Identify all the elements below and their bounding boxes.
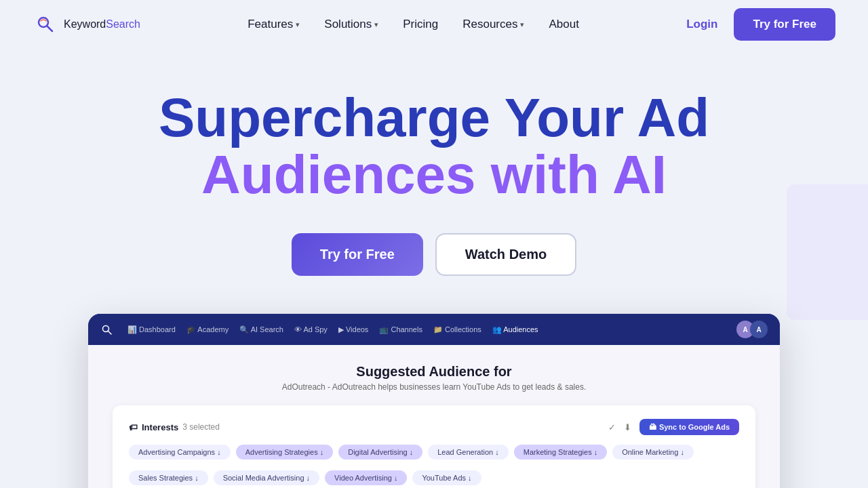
tag-digital-advertising[interactable]: Digital Advertising ↓ (338, 445, 422, 460)
tag-sales-strategies[interactable]: Sales Strategies ↓ (129, 470, 208, 485)
sync-google-ads-button[interactable]: 🏔 Sync to Google Ads (639, 419, 739, 435)
dashboard-section-subtitle: AdOutreach - AdOutreach helps businesses… (113, 382, 755, 392)
dash-nav-ad-spy[interactable]: 👁 Ad Spy (294, 325, 328, 334)
login-button[interactable]: Login (686, 18, 717, 31)
dashboard-tags: Advertising Campaigns ↓ Advertising Stra… (129, 445, 739, 485)
tag-video-advertising[interactable]: Video Advertising ↓ (325, 470, 407, 485)
tag-social-media-advertising[interactable]: Social Media Advertising ↓ (214, 470, 319, 485)
google-ads-icon: 🏔 (649, 423, 656, 431)
logo[interactable]: KeywordSearch (33, 12, 140, 37)
dash-nav-ai-search[interactable]: 🔍 AI Search (239, 325, 283, 334)
navbar: KeywordSearch Features ▾ Solutions ▾ Pri… (0, 0, 868, 49)
dashboard-avatar-2: A (750, 321, 768, 338)
dashboard-section-title: Suggested Audience for (113, 364, 755, 380)
watch-demo-button[interactable]: Watch Demo (435, 233, 576, 276)
nav-solutions[interactable]: Solutions ▾ (324, 18, 378, 31)
logo-icon (33, 12, 58, 37)
tag-lead-generation[interactable]: Lead Generation ↓ (428, 445, 509, 460)
dashboard-content: Suggested Audience for AdOutreach - AdOu… (88, 345, 780, 488)
dash-nav-collections[interactable]: 📁 Collections (433, 325, 481, 334)
nav-actions: Login Try for Free (686, 8, 835, 41)
try-free-nav-button[interactable]: Try for Free (734, 8, 835, 41)
dashboard-card: 🏷 Interests 3 selected ✓ ⬇ 🏔 Sync to Goo… (113, 405, 755, 488)
dashboard-nav-items: 📊 Dashboard 🎓 Academy 🔍 AI Search 👁 Ad S… (127, 325, 722, 334)
dashboard-navbar: 📊 Dashboard 🎓 Academy 🔍 AI Search 👁 Ad S… (88, 314, 780, 345)
svg-point-0 (33, 12, 58, 37)
tag-marketing-strategies[interactable]: Marketing Strategies ↓ (514, 445, 607, 460)
dash-nav-channels[interactable]: 📺 Channels (379, 325, 422, 334)
nav-features[interactable]: Features ▾ (248, 18, 300, 31)
logo-text: KeywordSearch (64, 18, 140, 30)
try-free-hero-button[interactable]: Try for Free (292, 233, 423, 276)
hero-section: Supercharge Your Ad Audiences with AI Tr… (0, 49, 868, 488)
dashboard-logo (100, 323, 113, 336)
dash-nav-dashboard[interactable]: 📊 Dashboard (127, 325, 176, 334)
check-icon: ✓ (608, 422, 616, 432)
dash-nav-audiences[interactable]: 👥 Audiences (492, 325, 538, 334)
dash-nav-academy[interactable]: 🎓 Academy (186, 325, 229, 334)
hero-headline: Supercharge Your Ad Audiences with AI (159, 89, 709, 203)
tag-youtube-ads[interactable]: YouTube Ads ↓ (412, 470, 481, 485)
chevron-down-icon: ▾ (374, 20, 378, 29)
hero-cta-group: Try for Free Watch Demo (292, 233, 576, 276)
dashboard-preview: 📊 Dashboard 🎓 Academy 🔍 AI Search 👁 Ad S… (88, 314, 780, 488)
chevron-down-icon: ▾ (296, 20, 300, 29)
nav-resources[interactable]: Resources ▾ (462, 18, 524, 31)
interests-icon: 🏷 (129, 422, 138, 432)
decorative-element (787, 184, 868, 320)
dashboard-card-actions: ✓ ⬇ 🏔 Sync to Google Ads (608, 419, 739, 435)
nav-pricing[interactable]: Pricing (403, 18, 438, 31)
download-icon: ⬇ (624, 422, 631, 432)
chevron-down-icon: ▾ (520, 20, 524, 29)
dashboard-card-header: 🏷 Interests 3 selected ✓ ⬇ 🏔 Sync to Goo… (129, 419, 739, 435)
dashboard-card-label: 🏷 Interests 3 selected (129, 422, 220, 432)
tag-advertising-campaigns[interactable]: Advertising Campaigns ↓ (129, 445, 231, 460)
dash-nav-videos[interactable]: ▶ Videos (338, 325, 369, 334)
nav-menu: Features ▾ Solutions ▾ Pricing Resources… (248, 18, 579, 31)
dashboard-card-count: 3 selected (182, 422, 220, 432)
tag-advertising-strategies[interactable]: Advertising Strategies ↓ (236, 445, 334, 460)
tag-online-marketing[interactable]: Online Marketing ↓ (612, 445, 694, 460)
nav-about[interactable]: About (549, 18, 578, 31)
svg-line-4 (108, 331, 111, 334)
